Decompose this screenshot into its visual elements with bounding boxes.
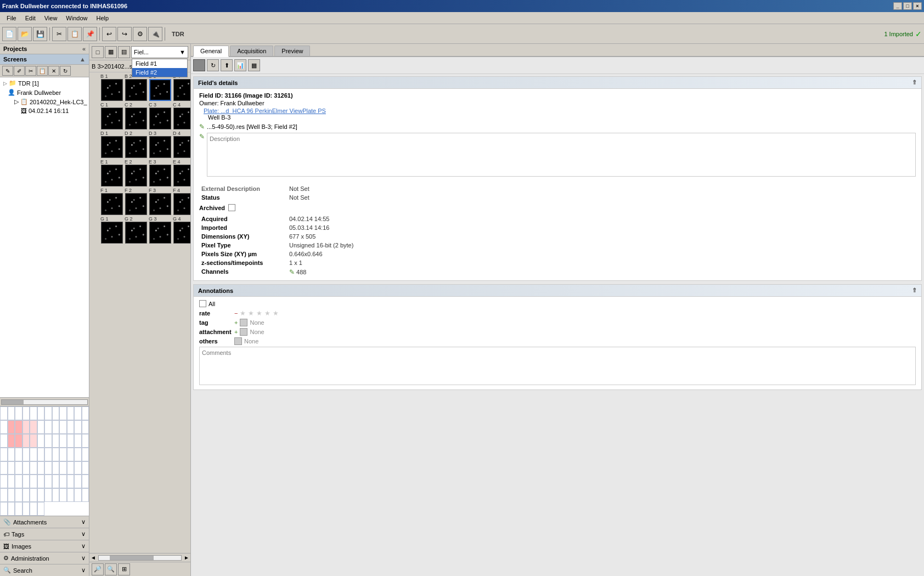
img-thumb-c4[interactable] (173, 108, 190, 129)
tree-item-plate[interactable]: ▷ 📋 20140202_Hek-LC3_ (1, 97, 88, 106)
new-button[interactable]: 📄 (2, 27, 16, 41)
tree-scroll-track[interactable] (1, 399, 88, 405)
tab-acquisition[interactable]: Acquisition (230, 46, 273, 56)
img-thumb-b1[interactable] (101, 79, 123, 101)
tree-hscroll[interactable] (0, 397, 89, 406)
img-thumb-f2[interactable] (125, 193, 147, 215)
tree-copy-btn[interactable]: 📋 (37, 66, 48, 76)
img-thumb-f3[interactable] (149, 193, 171, 215)
screens-collapse[interactable]: ▲ (80, 56, 86, 63)
grid-btn-1[interactable]: □ (92, 46, 104, 58)
menu-file[interactable]: File (2, 14, 21, 22)
tab-general[interactable]: General (193, 46, 229, 57)
attachment-plus-btn[interactable]: + (234, 329, 238, 335)
rate-star-2[interactable]: ★ (248, 309, 254, 317)
img-thumb-e4[interactable] (173, 165, 190, 187)
undo-button[interactable]: ↩ (102, 27, 116, 41)
img-thumb-c3[interactable] (149, 108, 171, 129)
rate-star-5[interactable]: ★ (273, 309, 279, 317)
sidebar-item-search[interactable]: 🔍 Search ∨ (0, 564, 89, 576)
scroll-right-arrow[interactable]: ► (184, 555, 189, 561)
img-thumb-b2[interactable] (125, 79, 147, 101)
description-textarea[interactable] (207, 133, 916, 177)
img-thumb-f4[interactable] (173, 193, 190, 215)
tree-item-image[interactable]: 🖼 04.02.14 16:11 (1, 106, 88, 115)
menu-view[interactable]: View (40, 14, 62, 22)
sub-btn-gray[interactable] (193, 59, 205, 71)
field-option-2[interactable]: Field #2 (132, 68, 187, 77)
img-thumb-d3[interactable] (149, 136, 171, 158)
cut-button[interactable]: ✂ (52, 27, 66, 41)
field-dropdown[interactable]: Fiel... ▼ Field #1 Field #2 (131, 46, 188, 58)
annotations-collapse[interactable]: ⇑ (912, 287, 917, 294)
img-thumb-g3[interactable] (149, 222, 171, 244)
img-thumb-e3[interactable] (149, 165, 171, 187)
img-thumb-e2[interactable] (125, 165, 147, 187)
copy-button[interactable]: 📋 (67, 27, 82, 41)
img-thumb-c2[interactable] (125, 108, 147, 129)
rate-star-4[interactable]: ★ (264, 309, 271, 317)
plugin-button[interactable]: 🔌 (148, 27, 162, 41)
save-button[interactable]: 💾 (33, 27, 47, 41)
archived-checkbox[interactable] (228, 204, 235, 211)
rate-minus-btn[interactable]: − (234, 310, 238, 317)
rate-star-1[interactable]: ★ (240, 309, 246, 317)
redo-button[interactable]: ↪ (117, 27, 132, 41)
img-thumb-b3[interactable] (149, 79, 171, 101)
maximize-button[interactable]: □ (903, 2, 912, 10)
tree-item-user[interactable]: 👤 Frank Dullweber (1, 88, 88, 97)
field-option-1[interactable]: Field #1 (132, 59, 187, 68)
tree-new-btn[interactable]: ✎ (2, 66, 13, 76)
sidebar-item-images[interactable]: 🖼 Images ∨ (0, 540, 89, 552)
grid-zoom-in-btn[interactable]: 🔎 (92, 563, 104, 575)
img-thumb-e1[interactable] (101, 165, 123, 187)
tree-cut-btn[interactable]: ✂ (25, 66, 36, 76)
projects-collapse[interactable]: « (82, 46, 86, 52)
img-thumb-d1[interactable] (101, 136, 123, 158)
img-thumb-d2[interactable] (125, 136, 147, 158)
sub-btn-chart[interactable]: 📊 (234, 59, 246, 71)
img-thumb-g1[interactable] (101, 222, 123, 244)
field-details-collapse[interactable]: ⇑ (912, 79, 917, 86)
grid-btn-3[interactable]: ▤ (118, 46, 130, 58)
grid-zoom-out-btn[interactable]: 🔍 (105, 563, 117, 575)
open-button[interactable]: 📂 (18, 27, 32, 41)
img-thumb-b4[interactable] (173, 79, 190, 101)
img-thumb-g4[interactable] (173, 222, 190, 244)
tag-plus-btn[interactable]: + (234, 319, 238, 326)
menu-window[interactable]: Window (61, 14, 92, 22)
minimize-button[interactable]: _ (893, 2, 902, 10)
scroll-left-arrow[interactable]: ◄ (91, 555, 96, 561)
grid-bottom-scroll[interactable]: ◄ ► (89, 553, 190, 562)
sidebar-item-administration[interactable]: ⚙ Administration ∨ (0, 552, 89, 564)
img-thumb-c1[interactable] (101, 108, 123, 129)
annot-all-checkbox[interactable] (199, 300, 206, 307)
grid-hscroll-thumb[interactable] (110, 556, 154, 560)
img-thumb-g2[interactable] (125, 222, 147, 244)
sidebar-item-attachments[interactable]: 📎 Attachments ∨ (0, 516, 89, 528)
tab-preview[interactable]: Preview (274, 46, 310, 56)
grid-btn-2[interactable]: ▦ (105, 46, 117, 58)
tree-edit-btn[interactable]: ✐ (14, 66, 25, 76)
comments-textarea[interactable] (199, 347, 916, 385)
paste-button[interactable]: 📌 (83, 27, 97, 41)
sub-btn-histogram[interactable]: ▦ (248, 59, 260, 71)
settings-button[interactable]: ⚙ (133, 27, 147, 41)
plate-link[interactable]: Plate: ...d_HCA 96 PerkinElmer ViewPlate… (204, 108, 326, 114)
tree-item-tdr[interactable]: ▷ 📁 TDR [1] (1, 78, 88, 88)
close-button[interactable]: × (913, 2, 922, 10)
sidebar-item-tags[interactable]: 🏷 Tags ∨ (0, 528, 89, 540)
sub-btn-refresh[interactable]: ↻ (207, 59, 219, 71)
rate-star-3[interactable]: ★ (256, 309, 262, 317)
tree-refresh-btn[interactable]: ↻ (60, 66, 71, 76)
tree-delete-btn[interactable]: ✕ (48, 66, 59, 76)
sub-btn-export[interactable]: ⬆ (221, 59, 233, 71)
menu-edit[interactable]: Edit (21, 14, 40, 22)
img-thumb-f1[interactable] (101, 193, 123, 215)
tree-scroll-thumb[interactable] (2, 400, 24, 404)
grid-hscroll-track[interactable] (98, 555, 182, 561)
img-thumb-d4[interactable] (173, 136, 190, 158)
menu-help[interactable]: Help (92, 14, 113, 22)
grid-fit-btn[interactable]: ⊞ (118, 563, 130, 575)
title-bar-controls[interactable]: _ □ × (893, 2, 922, 10)
